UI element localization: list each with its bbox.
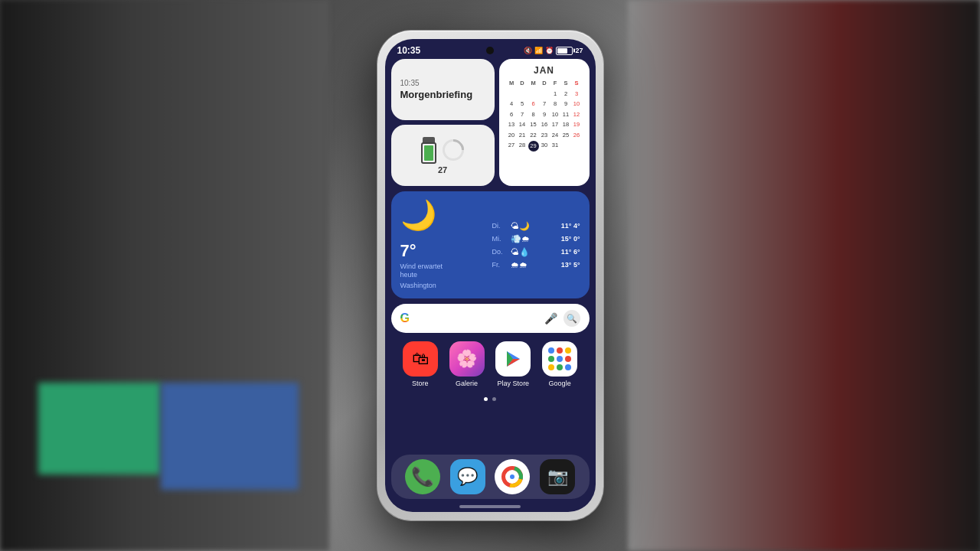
google-icon	[542, 341, 577, 377]
cal-hdr-d2: D	[540, 79, 550, 89]
cal-d-10: 10	[572, 99, 582, 109]
app-playstore[interactable]: Play Store	[495, 341, 531, 387]
app-grid: 🛍 Store 🌸 Galerie	[391, 338, 590, 390]
status-icons: 🔇 📶 ⏰ 27	[524, 47, 583, 55]
cal-d-empty4	[540, 90, 550, 99]
cal-d-empty3	[528, 90, 539, 99]
cal-d-empty6	[572, 141, 582, 152]
weather-city: Washington	[400, 282, 486, 289]
cal-d-10a: 10	[550, 110, 560, 120]
calendar-grid: M D M D F S S 1	[507, 79, 582, 152]
bg-blue-box	[161, 383, 299, 490]
weather-left: 🌙 7° Wind erwartetheute Washington	[400, 201, 486, 289]
morgenbriefing-widget[interactable]: 10:35 Morgenbriefing	[391, 59, 495, 120]
bg-shelf-right	[628, 0, 980, 551]
cal-d-21: 21	[518, 131, 528, 141]
cal-d-empty1	[507, 90, 517, 99]
page-dot-1	[484, 397, 488, 401]
ring-widget	[443, 139, 464, 161]
weather-day-mi: Mi.	[492, 235, 508, 243]
cal-d-17: 17	[550, 120, 560, 130]
store-icon: 🛍	[403, 341, 438, 377]
cal-d-19: 19	[572, 120, 582, 130]
weather-temps-do: 11° 6°	[561, 248, 580, 256]
google-label: Google	[549, 380, 571, 387]
dock-phone[interactable]: 📞	[405, 459, 440, 494]
cal-d-25: 25	[561, 131, 571, 141]
cal-hdr-m: M	[507, 79, 517, 89]
battery-row	[421, 137, 464, 164]
weather-icons-fr: 🌧🌧	[511, 260, 558, 269]
cal-d-6: 6	[528, 99, 539, 109]
weather-row-fr: Fr. 🌧🌧 13° 5°	[492, 260, 580, 269]
google-g-logo: G	[400, 311, 410, 325]
cal-d-26: 26	[572, 131, 582, 141]
search-bar[interactable]: G 🎤 🔍	[391, 304, 590, 333]
cal-d-7: 7	[540, 99, 550, 109]
wifi-icon: 📶	[534, 47, 543, 54]
weather-forecast: Di. 🌤🌙 11° 4° Mi. 💨🌧 15° 0° Do. 🌤💧	[492, 201, 580, 289]
camera-icon: 📷	[547, 467, 568, 487]
cal-d-28: 28	[518, 141, 528, 152]
dock-messages[interactable]: 💬	[450, 459, 485, 494]
morning-title: Morgenbriefing	[400, 89, 473, 101]
status-time: 10:35	[397, 45, 421, 56]
phone-wrap: 10:35 🔇 📶 ⏰ 27	[377, 31, 603, 520]
weather-icons-do: 🌤💧	[511, 247, 558, 257]
home-indicator[interactable]	[459, 505, 521, 508]
cal-d-2: 2	[561, 90, 571, 99]
phone-icon: 📞	[411, 466, 434, 487]
calendar-widget[interactable]: JAN M D M D F S S	[499, 59, 590, 186]
page-dots	[391, 396, 590, 403]
cal-d-20: 20	[507, 131, 517, 141]
calendar-month: JAN	[507, 65, 582, 76]
google-dots	[545, 344, 574, 373]
app-google[interactable]: Google	[542, 341, 577, 387]
weather-day-di: Di.	[492, 222, 508, 230]
camera-notch	[486, 47, 494, 54]
mute-icon: 🔇	[524, 47, 532, 54]
dock-chrome[interactable]	[495, 459, 530, 494]
weather-day-fr: Fr.	[492, 261, 508, 269]
weather-widget[interactable]: 🌙 7° Wind erwartetheute Washington Di. 🌤…	[391, 191, 590, 298]
weather-temps-mi: 15° 0°	[561, 235, 580, 243]
battery-widget-icon	[421, 137, 436, 164]
dock-camera[interactable]: 📷	[540, 459, 575, 494]
microphone-icon[interactable]: 🎤	[544, 312, 557, 324]
cal-hdr-m2: M	[528, 79, 539, 89]
bottom-dock: 📞 💬 📷	[391, 455, 590, 499]
cal-d-29-today: 29	[528, 141, 539, 152]
battery-widget[interactable]: 27	[391, 125, 495, 186]
galerie-icon: 🌸	[449, 341, 485, 377]
weather-icons-di: 🌤🌙	[511, 221, 558, 231]
cal-d-empty2	[518, 90, 528, 99]
cal-d-24: 24	[550, 131, 560, 141]
battery-percent: 27	[575, 47, 583, 54]
app-store[interactable]: 🛍 Store	[403, 341, 438, 387]
cal-d-22: 22	[528, 131, 539, 141]
cal-d-11: 11	[561, 110, 571, 120]
cal-d-13: 13	[507, 120, 517, 130]
weather-current-temp: 7°	[400, 241, 486, 261]
cal-d-5: 5	[518, 99, 528, 109]
weather-temps-di: 11° 4°	[561, 222, 580, 230]
lens-icon[interactable]: 🔍	[564, 310, 580, 327]
cal-d-14: 14	[518, 120, 528, 130]
cal-d-3: 3	[572, 90, 582, 99]
cal-d-23: 23	[540, 131, 550, 141]
cal-d-empty5	[561, 141, 571, 152]
weather-row-do: Do. 🌤💧 11° 6°	[492, 247, 580, 257]
widgets-top-row: 10:35 Morgenbriefing	[391, 59, 590, 186]
alarm-icon: ⏰	[545, 47, 554, 54]
bg-green-box	[38, 383, 161, 474]
cal-d-7a: 7	[518, 110, 528, 120]
weather-temps-fr: 13° 5°	[561, 261, 580, 269]
cal-d-8: 8	[550, 99, 560, 109]
weather-icons-mi: 💨🌧	[511, 234, 558, 244]
app-galerie[interactable]: 🌸 Galerie	[449, 341, 485, 387]
phone-body: 10:35 🔇 📶 ⏰ 27	[377, 31, 603, 520]
cal-d-18: 18	[561, 120, 571, 130]
weather-day-do: Do.	[492, 248, 508, 256]
battery-icon	[556, 47, 573, 55]
playstore-label: Play Store	[498, 380, 530, 387]
